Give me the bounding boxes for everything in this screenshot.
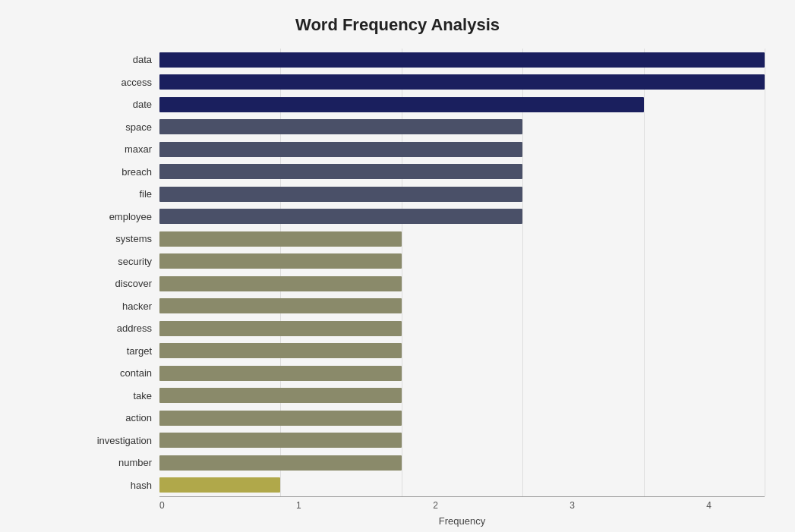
- bar-label: breach: [76, 166, 159, 178]
- bar-row: date: [76, 93, 765, 116]
- bar-label: address: [76, 323, 159, 334]
- bar-track: [159, 477, 765, 493]
- bar-track: [159, 298, 765, 313]
- x-tick-label: 3: [569, 500, 575, 511]
- x-tick-label: 1: [296, 500, 301, 511]
- chart-container: Word Frequency Analysis dataaccessdatesp…: [0, 0, 795, 532]
- bar-fill: [159, 253, 402, 269]
- bar-fill: [159, 209, 522, 224]
- bar-track: [159, 253, 765, 269]
- bar-label: action: [76, 412, 159, 423]
- bar-fill: [159, 52, 765, 68]
- bars-wrapper: dataaccessdatespacemaxarbreachfileemploy…: [76, 49, 765, 496]
- bar-track: [159, 209, 765, 224]
- bar-fill: [159, 366, 402, 381]
- bar-row: security: [76, 250, 765, 273]
- bar-label: target: [76, 345, 159, 357]
- bar-track: [159, 52, 765, 68]
- bar-row: data: [76, 49, 765, 71]
- x-axis-label: Frequency: [159, 515, 765, 527]
- bar-fill: [159, 119, 522, 134]
- bar-track: [159, 276, 765, 291]
- bar-row: address: [76, 317, 765, 340]
- bar-row: action: [76, 407, 765, 430]
- bar-fill: [159, 142, 522, 157]
- bar-fill: [159, 455, 402, 471]
- bar-row: maxar: [76, 138, 765, 161]
- bar-row: hash: [76, 474, 765, 497]
- bar-label: maxar: [76, 143, 159, 155]
- bar-track: [159, 231, 765, 247]
- bar-label: file: [76, 188, 159, 200]
- bar-fill: [159, 433, 402, 448]
- bar-label: hacker: [76, 301, 159, 312]
- bar-row: hacker: [76, 295, 765, 318]
- x-tick-label: 2: [433, 500, 438, 511]
- bar-track: [159, 187, 765, 202]
- bar-row: take: [76, 385, 765, 408]
- bar-track: [159, 343, 765, 358]
- bar-fill: [159, 231, 402, 247]
- bar-label: access: [76, 77, 159, 88]
- bar-label: data: [76, 54, 159, 65]
- bar-label: discover: [76, 278, 159, 289]
- bar-row: contain: [76, 362, 765, 385]
- chart-area: dataaccessdatespacemaxarbreachfileemploy…: [76, 49, 765, 496]
- bar-fill: [159, 74, 765, 90]
- bar-label: number: [76, 457, 159, 468]
- bar-label: systems: [76, 233, 159, 244]
- bar-row: file: [76, 183, 765, 206]
- bar-row: breach: [76, 161, 765, 184]
- bar-label: take: [76, 390, 159, 401]
- bar-track: [159, 388, 765, 403]
- bar-fill: [159, 187, 522, 202]
- bar-fill: [159, 411, 402, 426]
- bar-label: security: [76, 256, 159, 267]
- bar-row: investigation: [76, 430, 765, 452]
- bar-track: [159, 164, 765, 179]
- x-tick-label: 4: [706, 500, 711, 511]
- bar-fill: [159, 298, 402, 313]
- bar-label: space: [76, 121, 159, 133]
- bar-row: space: [76, 116, 765, 139]
- bar-row: access: [76, 71, 765, 94]
- bar-label: contain: [76, 367, 159, 379]
- x-tick-label: 0: [159, 500, 165, 511]
- bar-row: systems: [76, 228, 765, 250]
- x-axis-line: [159, 496, 765, 497]
- bar-track: [159, 321, 765, 336]
- bar-fill: [159, 477, 280, 493]
- bar-fill: [159, 388, 402, 403]
- bar-label: investigation: [76, 435, 159, 446]
- bar-track: [159, 74, 765, 90]
- bar-track: [159, 366, 765, 381]
- bar-track: [159, 119, 765, 134]
- x-ticks: 012345: [159, 500, 795, 511]
- bar-label: employee: [76, 211, 159, 222]
- bar-track: [159, 455, 765, 471]
- bar-row: target: [76, 340, 765, 363]
- bar-track: [159, 433, 765, 448]
- bar-fill: [159, 343, 402, 358]
- bar-label: date: [76, 99, 159, 110]
- bar-row: number: [76, 452, 765, 474]
- bar-fill: [159, 97, 644, 112]
- bar-fill: [159, 276, 402, 291]
- chart-title: Word Frequency Analysis: [76, 15, 765, 35]
- bar-fill: [159, 321, 402, 336]
- grid-line: [765, 49, 765, 496]
- bar-row: discover: [76, 272, 765, 295]
- bar-track: [159, 411, 765, 426]
- bar-fill: [159, 164, 522, 179]
- bar-track: [159, 97, 765, 112]
- bar-row: employee: [76, 206, 765, 228]
- bar-label: hash: [76, 480, 159, 491]
- bar-track: [159, 142, 765, 157]
